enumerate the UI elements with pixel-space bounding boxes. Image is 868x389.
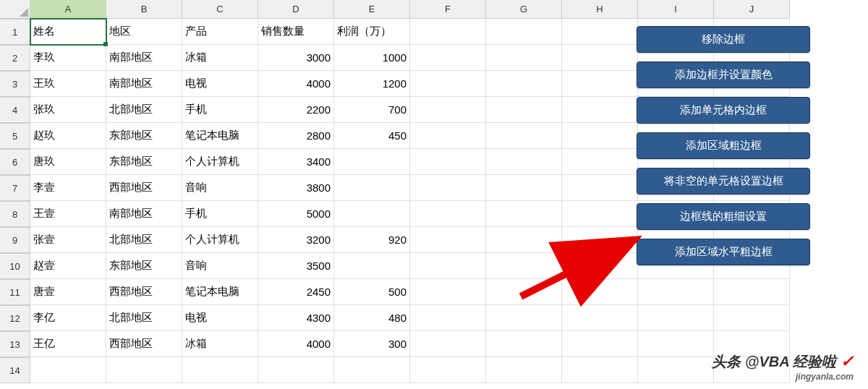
cell-C10[interactable]: 音响: [182, 253, 258, 279]
cell-E14[interactable]: [334, 357, 410, 383]
add-border-color-button[interactable]: 添加边框并设置颜色: [637, 61, 810, 88]
cell-D9[interactable]: 3200: [258, 227, 334, 253]
cell-J12[interactable]: [714, 305, 790, 331]
cell-H7[interactable]: [562, 175, 638, 201]
cell-C11[interactable]: 笔记本电脑: [182, 279, 258, 305]
row-header-14[interactable]: 14: [0, 357, 30, 383]
cell-A10[interactable]: 赵壹: [30, 253, 106, 279]
cell-I14[interactable]: [638, 357, 714, 383]
cell-F6[interactable]: [410, 149, 486, 175]
column-header-I[interactable]: I: [638, 0, 714, 19]
cell-E10[interactable]: [334, 253, 410, 279]
cell-A6[interactable]: 唐玖: [30, 149, 106, 175]
row-header-9[interactable]: 9: [0, 227, 30, 253]
cell-G10[interactable]: [486, 253, 562, 279]
cell-H12[interactable]: [562, 305, 638, 331]
cell-G3[interactable]: [486, 71, 562, 97]
cell-D7[interactable]: 3800: [258, 175, 334, 201]
cell-D8[interactable]: 5000: [258, 201, 334, 227]
cell-D4[interactable]: 2200: [258, 97, 334, 123]
cell-C3[interactable]: 电视: [182, 71, 258, 97]
cell-C14[interactable]: [182, 357, 258, 383]
cell-B1[interactable]: 地区: [106, 19, 182, 45]
cell-G7[interactable]: [486, 175, 562, 201]
cell-F14[interactable]: [410, 357, 486, 383]
cell-H9[interactable]: [562, 227, 638, 253]
cell-H6[interactable]: [562, 149, 638, 175]
cell-F1[interactable]: [410, 19, 486, 45]
cell-D1[interactable]: 销售数量: [258, 19, 334, 45]
cell-A5[interactable]: 赵玖: [30, 123, 106, 149]
cell-B8[interactable]: 南部地区: [106, 201, 182, 227]
cell-E7[interactable]: [334, 175, 410, 201]
cell-G2[interactable]: [486, 45, 562, 71]
cell-E2[interactable]: 1000: [334, 45, 410, 71]
cell-G8[interactable]: [486, 201, 562, 227]
cell-B12[interactable]: 北部地区: [106, 305, 182, 331]
cell-G1[interactable]: [486, 19, 562, 45]
column-header-A[interactable]: A: [30, 0, 106, 19]
cell-E6[interactable]: [334, 149, 410, 175]
cell-C6[interactable]: 个人计算机: [182, 149, 258, 175]
cell-H14[interactable]: [562, 357, 638, 383]
cell-B7[interactable]: 西部地区: [106, 175, 182, 201]
cell-H2[interactable]: [562, 45, 638, 71]
cell-A3[interactable]: 王玖: [30, 71, 106, 97]
cell-D2[interactable]: 3000: [258, 45, 334, 71]
row-header-10[interactable]: 10: [0, 253, 30, 279]
cell-E4[interactable]: 700: [334, 97, 410, 123]
row-header-4[interactable]: 4: [0, 97, 30, 123]
cell-H5[interactable]: [562, 123, 638, 149]
cell-F5[interactable]: [410, 123, 486, 149]
row-header-5[interactable]: 5: [0, 123, 30, 149]
add-horizontal-thick-border-button[interactable]: 添加区域水平粗边框: [637, 239, 810, 265]
cell-E13[interactable]: 300: [334, 331, 410, 357]
cell-H4[interactable]: [562, 97, 638, 123]
cell-B14[interactable]: [106, 357, 182, 383]
cell-C2[interactable]: 冰箱: [182, 45, 258, 71]
cell-I12[interactable]: [638, 305, 714, 331]
add-nonempty-border-button[interactable]: 将非空的单元格设置边框: [637, 168, 810, 194]
cell-C12[interactable]: 电视: [182, 305, 258, 331]
cell-B3[interactable]: 南部地区: [106, 71, 182, 97]
cell-C7[interactable]: 音响: [182, 175, 258, 201]
cell-G4[interactable]: [486, 97, 562, 123]
cell-C4[interactable]: 手机: [182, 97, 258, 123]
cell-B5[interactable]: 东部地区: [106, 123, 182, 149]
cell-G6[interactable]: [486, 149, 562, 175]
cell-F3[interactable]: [410, 71, 486, 97]
column-header-F[interactable]: F: [410, 0, 486, 19]
cell-F11[interactable]: [410, 279, 486, 305]
cell-B4[interactable]: 北部地区: [106, 97, 182, 123]
cell-D10[interactable]: 3500: [258, 253, 334, 279]
cell-C5[interactable]: 笔记本电脑: [182, 123, 258, 149]
cell-B13[interactable]: 西部地区: [106, 331, 182, 357]
cell-H10[interactable]: [562, 253, 638, 279]
row-header-12[interactable]: 12: [0, 305, 30, 331]
column-header-G[interactable]: G: [486, 0, 562, 19]
column-header-B[interactable]: B: [106, 0, 182, 19]
cell-B10[interactable]: 东部地区: [106, 253, 182, 279]
select-all-corner[interactable]: [0, 0, 30, 19]
cell-E11[interactable]: 500: [334, 279, 410, 305]
cell-H1[interactable]: [562, 19, 638, 45]
cell-E1[interactable]: 利润（万）: [334, 19, 410, 45]
cell-G13[interactable]: [486, 331, 562, 357]
cell-I11[interactable]: [638, 279, 714, 305]
remove-border-button[interactable]: 移除边框: [637, 26, 810, 53]
cell-F4[interactable]: [410, 97, 486, 123]
cell-C8[interactable]: 手机: [182, 201, 258, 227]
column-header-J[interactable]: J: [714, 0, 790, 19]
cell-A12[interactable]: 李亿: [30, 305, 106, 331]
cell-A13[interactable]: 王亿: [30, 331, 106, 357]
cell-A4[interactable]: 张玖: [30, 97, 106, 123]
cell-J11[interactable]: [714, 279, 790, 305]
column-header-C[interactable]: C: [182, 0, 258, 19]
cell-E3[interactable]: 1200: [334, 71, 410, 97]
cell-B2[interactable]: 南部地区: [106, 45, 182, 71]
column-header-D[interactable]: D: [258, 0, 334, 19]
cell-I13[interactable]: [638, 331, 714, 357]
cell-F8[interactable]: [410, 201, 486, 227]
cell-G14[interactable]: [486, 357, 562, 383]
cell-D14[interactable]: [258, 357, 334, 383]
